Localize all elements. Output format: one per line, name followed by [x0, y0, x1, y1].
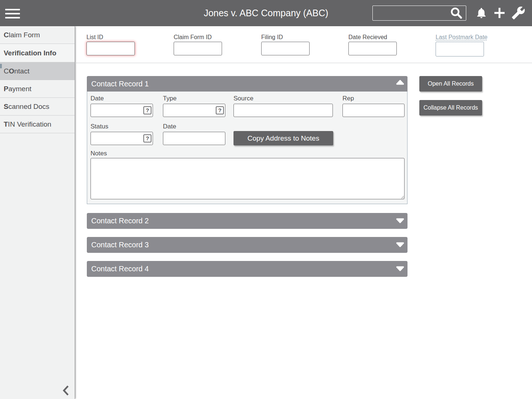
expand-record-4-icon[interactable]	[396, 266, 405, 272]
sidebar-item-contact[interactable]: COntact	[0, 62, 75, 80]
list-id-input[interactable]	[86, 42, 135, 55]
notes-textarea[interactable]	[91, 158, 405, 199]
claim-form-id-input[interactable]	[174, 42, 222, 55]
content-divider	[75, 63, 532, 63]
field-contact-source: Source	[233, 95, 333, 117]
filing-id-input[interactable]	[261, 42, 310, 55]
sidebar-item-verification-info[interactable]: Verification Info	[0, 44, 75, 62]
contact-record-2-header[interactable]: Contact Record 2	[87, 213, 407, 229]
sidebar-item-scanned-docs[interactable]: Scanned Docs	[0, 98, 75, 116]
field-list-id: List ID	[86, 34, 135, 55]
sidebar: Claim Form Verification Info COntact Pay…	[0, 26, 75, 399]
expand-record-2-icon[interactable]	[396, 218, 405, 224]
field-contact-date: Date ?	[91, 95, 153, 117]
notes-label: Notes	[91, 150, 107, 157]
contact-type-help-button[interactable]: ?	[216, 106, 224, 114]
expand-record-3-icon[interactable]	[396, 242, 405, 248]
selected-marker	[0, 64, 2, 68]
open-all-records-button[interactable]: Open All Records	[419, 76, 482, 92]
field-contact-type: Type ?	[163, 95, 225, 117]
search-input[interactable]	[373, 6, 447, 20]
contact-status-help-button[interactable]: ?	[143, 134, 151, 142]
last-postmark-date-input[interactable]	[436, 42, 484, 56]
field-contact-rep: Rep	[342, 95, 405, 117]
search-box	[372, 6, 466, 21]
date-received-label: Date Recieved	[348, 34, 397, 42]
sidebar-item-tin-verification[interactable]: TIN Verification	[0, 116, 75, 133]
contact-source-input[interactable]	[233, 104, 333, 117]
sidebar-item-payment[interactable]: Payment	[0, 80, 75, 98]
field-filing-id: Filing ID	[261, 34, 310, 55]
collapse-all-records-button[interactable]: Collapse All Records	[419, 100, 482, 116]
tools-icon[interactable]	[511, 6, 525, 21]
field-claim-form-id: Claim Form ID	[174, 34, 222, 55]
field-last-postmark-date: Last Postmark Date	[436, 34, 488, 56]
contact-record-1-header[interactable]: Contact Record 1	[87, 76, 407, 92]
sidebar-collapse-icon[interactable]	[62, 385, 71, 396]
contact-record-1-panel: Contact Record 1 Date ? Type ? Source Re…	[87, 76, 407, 204]
search-icon[interactable]	[448, 6, 465, 20]
field-contact-status: Status ?	[91, 123, 153, 145]
sidebar-item-claim-form[interactable]: Claim Form	[0, 26, 75, 44]
top-bar: Jones v. ABC Company (ABC)	[0, 0, 532, 26]
contact-record-1-body: Date ? Type ? Source Rep Status ? Date C…	[87, 92, 407, 204]
contact-record-3-header[interactable]: Contact Record 3	[87, 237, 407, 253]
field-date-received: Date Recieved	[348, 34, 397, 55]
collapse-record-icon[interactable]	[396, 79, 405, 85]
claim-form-id-label: Claim Form ID	[174, 34, 222, 42]
filing-id-label: Filing ID	[261, 34, 310, 42]
contact-rep-input[interactable]	[342, 104, 405, 117]
contact-record-4-header[interactable]: Contact Record 4	[87, 261, 407, 277]
list-id-label: List ID	[86, 34, 135, 42]
contact-date-help-button[interactable]: ?	[143, 106, 151, 114]
add-icon[interactable]	[493, 6, 506, 21]
last-postmark-date-label: Last Postmark Date	[436, 34, 488, 42]
date-received-input[interactable]	[348, 42, 397, 55]
copy-address-button[interactable]: Copy Address to Notes	[233, 131, 333, 145]
contact-date2-input[interactable]	[163, 132, 225, 145]
notifications-icon[interactable]	[475, 6, 488, 21]
field-contact-date2: Date	[163, 123, 225, 145]
